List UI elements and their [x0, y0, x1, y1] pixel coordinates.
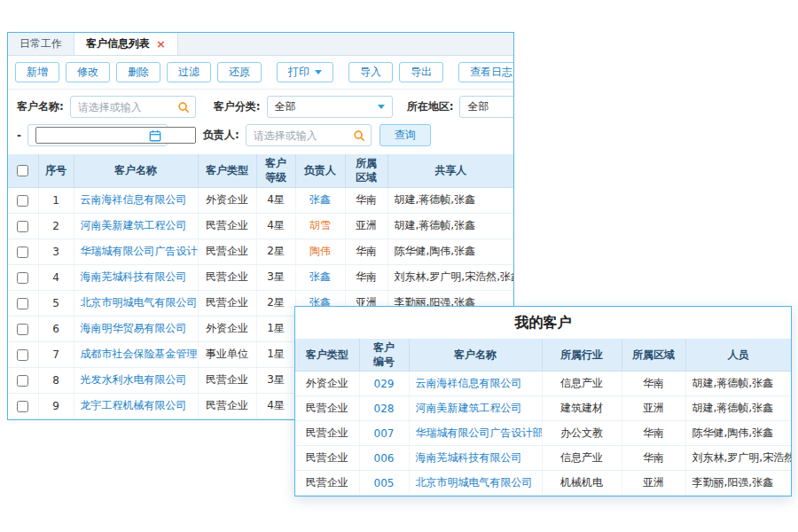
row-checkbox[interactable]	[17, 221, 28, 232]
customer-name-input[interactable]	[78, 101, 172, 113]
row-checkbox[interactable]	[17, 195, 28, 207]
caret-down-icon	[315, 70, 322, 74]
import-button[interactable]: 导入	[348, 62, 393, 82]
customer-name-link[interactable]: 海南明华贸易有限公司	[74, 316, 198, 341]
header-index: 序号	[38, 154, 74, 187]
row-checkbox-cell	[8, 213, 38, 239]
category-select[interactable]: 全部	[267, 96, 393, 118]
my-customers-title: 我的客户	[295, 307, 791, 339]
cell-customer-type: 民营企业	[198, 393, 256, 419]
row-checkbox-cell	[8, 367, 38, 393]
manager-link[interactable]: 张鑫	[295, 187, 345, 213]
cell-customer-type: 民营企业	[198, 264, 256, 290]
customer-name-link[interactable]: 龙宇工程机械有限公司	[74, 393, 198, 419]
row-checkbox[interactable]	[17, 349, 28, 361]
cell-customer-type: 事业单位	[198, 341, 256, 367]
manager-label: 负责人:	[203, 128, 239, 143]
cell-industry: 建筑建材	[542, 396, 622, 421]
cell-industry: 机械机电	[542, 471, 622, 496]
edit-button[interactable]: 修改	[66, 62, 110, 82]
row-checkbox[interactable]	[17, 298, 28, 309]
header-customer-name: 客户名称	[74, 154, 198, 187]
customer-name-link[interactable]: 北京市明城电气有限公司	[409, 471, 542, 496]
row-checkbox[interactable]	[17, 272, 28, 284]
manager-link[interactable]: 胡雪	[295, 213, 345, 239]
customer-name-link[interactable]: 云南海祥信息有限公司	[409, 372, 542, 396]
row-checkbox[interactable]	[17, 324, 28, 335]
cell-index: 9	[38, 393, 74, 419]
manager-input[interactable]	[254, 129, 348, 142]
add-button[interactable]: 新增	[15, 62, 59, 82]
customer-name-link[interactable]: 海南芜城科技有限公司	[409, 446, 542, 471]
cell-region: 华南	[345, 239, 387, 264]
cell-index: 5	[38, 290, 74, 316]
cell-region: 亚洲	[622, 396, 685, 421]
manager-link[interactable]: 张鑫	[295, 264, 345, 290]
export-button[interactable]: 导出	[399, 62, 443, 82]
my-customers-table: 客户类型 客户编号 客户名称 所属行业 所属区域 人员 外资企业 029 云南海…	[295, 339, 791, 496]
cell-customer-type: 民营企业	[198, 290, 256, 316]
search-icon[interactable]	[353, 129, 365, 142]
customer-name-link[interactable]: 北京市明城电气有限公司	[74, 290, 198, 316]
date-input[interactable]	[35, 127, 196, 144]
customer-code-link[interactable]: 007	[359, 421, 409, 446]
customer-code-link[interactable]: 006	[359, 446, 409, 471]
search-icon[interactable]	[177, 101, 190, 113]
region-select-value: 全部	[467, 99, 489, 114]
query-button[interactable]: 查询	[379, 124, 431, 146]
delete-button[interactable]: 删除	[116, 62, 160, 82]
caret-down-icon	[378, 105, 385, 109]
customer-code-link[interactable]: 028	[359, 396, 409, 421]
customer-name-link[interactable]: 河南美新建筑工程公司	[409, 396, 542, 421]
customer-code-link[interactable]: 029	[359, 372, 409, 396]
tab-daily-work[interactable]: 日常工作	[8, 33, 74, 55]
customer-name-link[interactable]: 海南芜城科技有限公司	[74, 264, 198, 290]
cell-region: 华南	[622, 446, 685, 471]
customer-name-link[interactable]: 华瑞城有限公司广告设计部	[74, 239, 198, 264]
table-row: 民营企业 006 海南芜城科技有限公司 信息产业 华南 刘东林,罗广明,宋浩然.…	[295, 446, 791, 471]
customer-name-link[interactable]: 河南美新建筑工程公司	[74, 213, 198, 239]
manager-link[interactable]: 陶伟	[295, 239, 345, 264]
table-row: 1 云南海祥信息有限公司 外资企业 4星 张鑫 华南 胡建,蒋德帧,张鑫	[8, 187, 513, 213]
header-customer-name: 客户名称	[409, 339, 542, 372]
customer-name-link[interactable]: 光发水利水电有限公司	[74, 367, 198, 393]
cell-industry: 信息产业	[542, 372, 622, 396]
customer-name-link[interactable]: 华瑞城有限公司广告设计部	[409, 421, 542, 446]
cell-customer-level: 2星	[256, 290, 295, 316]
tab-bar: 日常工作 客户信息列表 ×	[8, 33, 513, 56]
filter-button[interactable]: 过滤	[167, 62, 211, 82]
cell-region: 华南	[345, 264, 387, 290]
cell-region: 华南	[345, 187, 387, 213]
cell-index: 7	[38, 341, 74, 367]
row-checkbox-cell	[8, 290, 38, 316]
customer-name-link[interactable]: 成都市社会保险基金管理...	[74, 341, 198, 367]
cell-customer-level: 4星	[256, 213, 295, 239]
cell-shared: 胡建,蒋德帧,张鑫	[387, 187, 513, 213]
cell-customer-type: 民营企业	[295, 396, 359, 421]
view-log-button[interactable]: 查看日志	[458, 62, 514, 82]
cell-customer-type: 民营企业	[198, 367, 256, 393]
calendar-icon[interactable]	[149, 129, 161, 142]
row-checkbox[interactable]	[17, 246, 28, 258]
restore-button[interactable]: 还原	[217, 62, 262, 82]
region-label: 所在地区:	[407, 99, 454, 114]
region-select[interactable]: 全部	[459, 96, 514, 118]
print-button[interactable]: 打印	[277, 62, 333, 82]
cell-shared: 刘东林,罗广明,宋浩然,张鑫	[387, 264, 513, 290]
tab-customer-list[interactable]: 客户信息列表 ×	[74, 33, 178, 55]
manager-input-box	[246, 124, 372, 146]
customer-code-link[interactable]: 005	[359, 471, 409, 496]
row-checkbox[interactable]	[17, 375, 28, 387]
customer-name-link[interactable]: 云南海祥信息有限公司	[74, 187, 198, 213]
header-customer-code: 客户编号	[359, 339, 409, 372]
select-all-checkbox[interactable]	[17, 165, 28, 176]
row-checkbox[interactable]	[17, 401, 28, 412]
header-people: 人员	[685, 339, 791, 372]
close-icon[interactable]: ×	[156, 38, 166, 50]
row-checkbox-cell	[8, 239, 38, 264]
header-industry: 所属行业	[542, 339, 622, 372]
cell-customer-type: 民营企业	[295, 421, 359, 446]
header-select-all	[8, 154, 38, 187]
cell-customer-type: 民营企业	[198, 239, 256, 264]
header-customer-type: 客户类型	[295, 339, 359, 372]
